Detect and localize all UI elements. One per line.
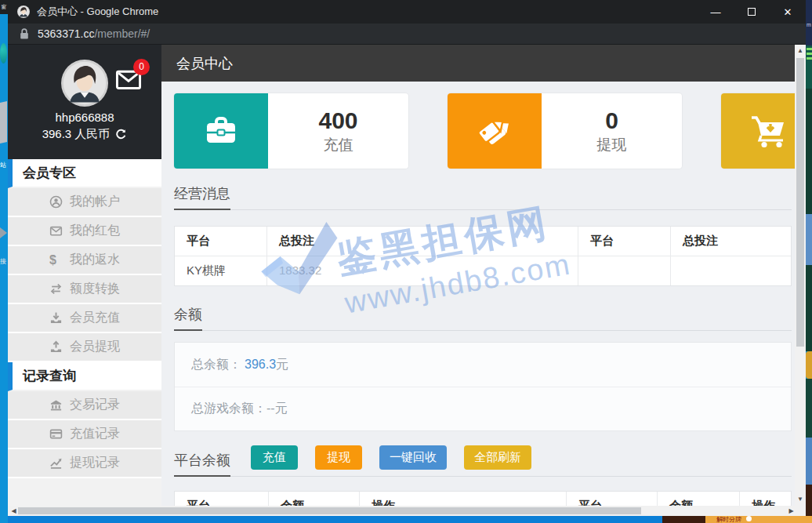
page-title: 会员中心 xyxy=(176,54,233,73)
total-balance-row: 总余额： 396.3 元 xyxy=(175,343,791,387)
game-balance-label: 总游戏余额： xyxy=(191,401,266,417)
deposit-button[interactable]: 充值 xyxy=(251,445,298,470)
section-platform-balance: 平台余额 充值 提现 一键回收 全部刷新 xyxy=(174,445,792,477)
stat-cards: 400 充值 0 提现 xyxy=(174,93,795,169)
scroll-up-arrow[interactable]: ▲ xyxy=(795,45,806,56)
section-title: 余额 xyxy=(174,305,202,331)
sidebar-item-label: 交易记录 xyxy=(70,397,120,413)
background-fragment-text: 接 xyxy=(0,257,6,266)
background-fragment xyxy=(806,438,812,485)
section-business-news: 经营消息 xyxy=(174,184,792,210)
background-fragment xyxy=(806,89,812,214)
lock-icon xyxy=(18,27,31,40)
sidebar-item-label: 我的帐户 xyxy=(70,194,120,210)
url-host: 5363371.cc xyxy=(38,27,94,40)
sidebar-item-deposit-records[interactable]: 充值记录 xyxy=(8,420,161,449)
background-fragment xyxy=(806,45,812,89)
maximize-icon xyxy=(748,8,756,16)
sidebar-item-label: 会员提现 xyxy=(70,339,120,355)
section-balance: 余额 xyxy=(174,305,792,331)
window-title: 会员中心 - Google Chrome xyxy=(37,5,698,19)
stat-card-deposit: 400 充值 xyxy=(174,93,408,169)
game-balance-row: 总游戏余额： --元 xyxy=(175,387,791,430)
wallet-balance: 396.3 人民币 xyxy=(42,127,111,142)
background-banner-badge xyxy=(746,516,752,521)
scroll-right-arrow[interactable]: ▶ xyxy=(786,506,796,516)
avatar[interactable] xyxy=(61,60,108,107)
background-fragment xyxy=(806,214,812,265)
column-header: 操作 xyxy=(360,492,567,506)
close-button[interactable]: ✕ xyxy=(770,0,806,24)
background-window-left: 窗 站 接 xyxy=(0,0,8,523)
section-title: 经营消息 xyxy=(174,184,230,210)
scroll-down-arrow[interactable]: ▼ xyxy=(795,494,806,505)
sidebar-item-withdraw-records[interactable]: 提现记录 xyxy=(8,449,161,478)
stat-card-withdraw: 0 提现 xyxy=(448,93,682,169)
main-panel: 会员中心 400 充值 xyxy=(161,45,795,506)
horizontal-scrollbar-thumb[interactable] xyxy=(18,507,641,514)
background-fragment xyxy=(662,516,705,523)
cart-arrow-down-icon xyxy=(748,111,788,151)
credit-card-icon xyxy=(49,427,63,441)
background-fragment-text: 站 xyxy=(0,161,6,169)
stat-card-third xyxy=(721,93,795,169)
column-header: 平台 xyxy=(175,492,269,506)
sidebar-item-deposit[interactable]: 会员充值 xyxy=(8,304,161,333)
card-body: 400 充值 xyxy=(268,93,408,169)
url-text[interactable]: 5363371.cc/member/#/ xyxy=(38,27,150,40)
background-window-right: m xyxy=(806,0,812,523)
dollar-icon: $ xyxy=(49,253,63,267)
sidebar-item-label: 额度转换 xyxy=(70,281,120,297)
background-fragment xyxy=(0,101,7,143)
refresh-icon[interactable] xyxy=(115,129,127,140)
sidebar-item-transfer[interactable]: 额度转换 xyxy=(8,275,161,304)
mail-badge: 0 xyxy=(133,59,150,75)
background-fragment xyxy=(0,227,7,238)
sidebar-item-rebate[interactable]: $ 我的返水 xyxy=(8,246,161,275)
column-header: 总投注 xyxy=(267,227,578,256)
sidebar-item-redpacket[interactable]: 我的红包 xyxy=(8,217,161,246)
card-value: 0 xyxy=(605,107,618,134)
sidebar-item-label: 会员充值 xyxy=(70,310,120,326)
horizontal-scrollbar[interactable]: ◀ ▶ xyxy=(8,506,806,516)
sidebar-item-withdraw[interactable]: 会员提现 xyxy=(8,333,161,362)
table-cell-total-bet xyxy=(671,256,791,285)
table-cell-platform xyxy=(578,256,671,285)
total-balance-value: 396.3 xyxy=(245,358,276,372)
total-balance-suffix: 元 xyxy=(276,357,288,373)
withdraw-icon xyxy=(49,340,63,354)
column-header: 平台 xyxy=(175,227,267,256)
page-header: 会员中心 xyxy=(161,45,795,82)
browser-titlebar: 会员中心 - Google Chrome — ✕ xyxy=(8,0,806,24)
profile-panel: 0 hhp666888 396.3 人民币 xyxy=(8,45,161,159)
url-path: /member/#/ xyxy=(94,27,150,40)
background-fragment xyxy=(806,351,812,379)
maximize-button[interactable] xyxy=(734,0,770,24)
browser-urlbar[interactable]: 5363371.cc/member/#/ xyxy=(8,24,806,45)
background-fragment-text: 窗 xyxy=(0,0,8,14)
refresh-all-button[interactable]: 全部刷新 xyxy=(464,445,531,470)
column-header: 操作 xyxy=(740,492,791,506)
card-icon-block xyxy=(174,93,268,169)
column-header: 余额 xyxy=(269,492,360,506)
total-balance-label: 总余额： xyxy=(191,357,241,373)
table-cell-platform: KY棋牌 xyxy=(175,256,267,285)
vertical-scrollbar[interactable]: ▲ ▼ xyxy=(795,45,806,506)
minimize-button[interactable]: — xyxy=(698,0,734,24)
card-icon-block xyxy=(448,93,542,169)
vertical-scrollbar-thumb[interactable] xyxy=(796,58,804,347)
sidebar-item-label: 充值记录 xyxy=(70,426,120,442)
column-header: 余额 xyxy=(658,492,740,506)
platform-balance-table: 平台 余额 操作 平台 余额 操作 xyxy=(174,491,792,506)
sidebar-item-account[interactable]: 我的帐户 xyxy=(8,188,161,217)
game-balance-value: --元 xyxy=(266,401,288,417)
sidebar: 0 hhp666888 396.3 人民币 会员专区 我的帐户 我的红包 xyxy=(8,45,161,506)
bank-icon xyxy=(49,398,63,412)
one-key-recycle-button[interactable]: 一键回收 xyxy=(379,445,447,470)
background-fragment-text: m xyxy=(806,0,812,45)
withdraw-button[interactable]: 提现 xyxy=(315,445,362,470)
background-fragment xyxy=(806,265,812,351)
sidebar-item-transactions[interactable]: 交易记录 xyxy=(8,391,161,420)
sidebar-item-label: 提现记录 xyxy=(70,455,120,471)
platform-actions: 充值 提现 一键回收 全部刷新 xyxy=(251,445,531,476)
